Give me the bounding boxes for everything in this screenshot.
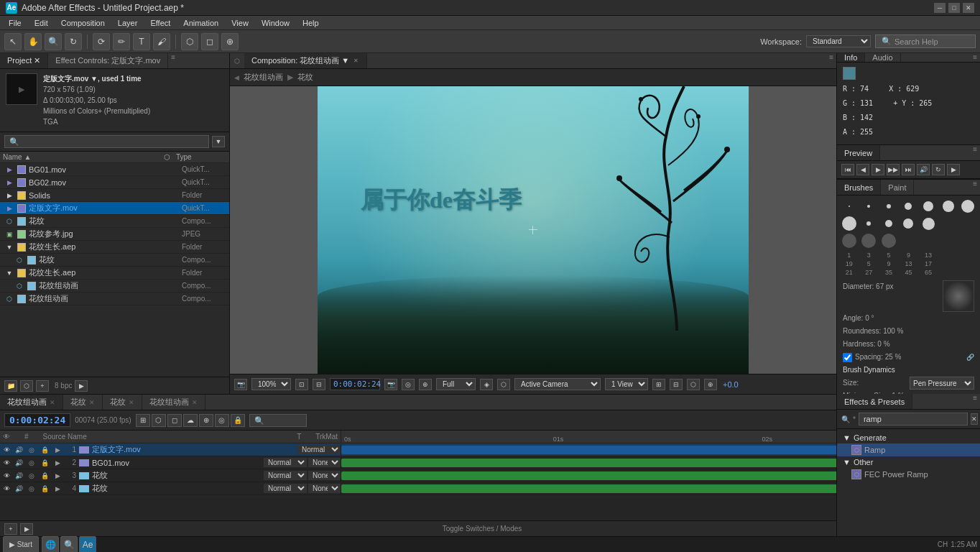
layer-view-btn[interactable]: ⬡ — [687, 379, 700, 390]
breadcrumb-layer[interactable]: 花纹 — [297, 72, 313, 83]
preview-panel-menu[interactable]: ≡ — [970, 145, 980, 160]
tl-mode-4[interactable]: Normal — [264, 484, 307, 493]
type-tool[interactable]: T — [133, 33, 150, 50]
brush-size-selector[interactable]: Pen Pressure — [910, 377, 974, 390]
tl-mode-1[interactable]: Normal — [297, 445, 341, 454]
brush-dot[interactable] — [958, 216, 977, 231]
output-btn[interactable]: ◎ — [402, 379, 415, 390]
menu-layer[interactable]: Layer — [112, 17, 144, 29]
effects-category-generate[interactable]: ▼ Generate — [837, 432, 980, 443]
frame-blend-btn[interactable]: ⬡ — [152, 414, 166, 427]
taskbar-ae[interactable]: Ae — [79, 536, 96, 553]
preview-loop-btn[interactable]: ↻ — [932, 164, 945, 175]
effects-item-fec-power-ramp[interactable]: ⬡ FEC Power Ramp — [837, 468, 980, 481]
camera-rotate-tool[interactable]: ⟳ — [93, 33, 110, 50]
tl-lock-2[interactable]: 🔒 — [39, 457, 50, 469]
preview-last-btn[interactable]: ⏭ — [902, 164, 915, 175]
brush-dot[interactable] — [958, 198, 977, 214]
tl-trkmat-4[interactable]: None — [308, 484, 341, 493]
tl-collapse-2[interactable]: ▶ — [52, 457, 63, 469]
new-item-btn[interactable]: + — [36, 380, 49, 392]
new-comp-btn[interactable]: ⬡ — [20, 380, 33, 392]
camera-selector[interactable]: Active Camera — [514, 378, 601, 390]
tl-solo-4[interactable]: ◎ — [26, 483, 37, 494]
info-panel-menu[interactable]: ≡ — [970, 53, 980, 62]
menu-help[interactable]: Help — [297, 17, 325, 29]
workspace-dropdown[interactable]: Standard — [806, 35, 871, 47]
panel-menu-icon[interactable]: ≡ — [168, 53, 178, 68]
stamp-tool[interactable]: ⬡ — [181, 33, 198, 50]
quality-selector[interactable]: Full — [436, 378, 476, 390]
list-item[interactable]: ▶ BG02.mov QuickT... — [0, 176, 229, 189]
snapshot-btn[interactable]: 📷 — [234, 379, 247, 390]
tl-mode-2[interactable]: Normal — [264, 458, 307, 467]
brush-dot[interactable] — [919, 198, 938, 214]
brush-dot[interactable] — [840, 198, 859, 214]
puppet-tool[interactable]: ⊕ — [221, 33, 239, 50]
lock-btn[interactable]: 🔒 — [231, 414, 245, 427]
brush-dot[interactable] — [939, 216, 958, 231]
tl-layer-name-1[interactable]: 定版文字.mov — [92, 444, 296, 455]
list-item[interactable]: ▶ Solids Folder — [0, 189, 229, 202]
rotate-tool[interactable]: ↻ — [65, 33, 82, 50]
color-btn[interactable]: ◈ — [480, 379, 493, 390]
effect-controls-tab[interactable]: Effect Controls: 定版文字.mov — [48, 53, 168, 68]
safe-zones-btn[interactable]: ⊟ — [313, 379, 325, 390]
list-item[interactable]: ⬡ 花纹组动画 Compo... — [0, 293, 229, 305]
motion-blur-btn[interactable]: ☁ — [183, 414, 198, 427]
timeline-tab-4[interactable]: 花纹组动画 ✕ — [142, 395, 205, 410]
tl-visibility-2[interactable]: 👁 — [1, 459, 11, 466]
brushes-tab[interactable]: Brushes — [837, 180, 881, 195]
brushes-panel-menu[interactable]: ≡ — [970, 180, 980, 195]
brush-dot[interactable] — [860, 233, 879, 249]
composition-tab-active[interactable]: Composition: 花纹组动画 ▼ ✕ — [244, 53, 367, 68]
list-item[interactable]: ⬡ 花纹 Compo... — [0, 215, 229, 228]
tl-visibility-3[interactable]: 👁 — [1, 472, 11, 479]
menu-composition[interactable]: Composition — [55, 17, 111, 29]
info-tab[interactable]: Info — [837, 53, 865, 62]
preview-play-btn[interactable]: ▶ — [872, 164, 884, 175]
effects-item-ramp[interactable]: ⬡ Ramp — [837, 443, 980, 456]
audio-tab[interactable]: Audio — [865, 53, 900, 62]
adjustment-btn[interactable]: ⊕ — [199, 414, 213, 427]
brush-dot[interactable] — [879, 216, 898, 231]
brush-dot[interactable] — [919, 216, 938, 231]
list-item[interactable]: ⬡ 花纹 Compo... — [0, 254, 229, 267]
brush-dot[interactable] — [840, 233, 859, 249]
brush-dot[interactable] — [860, 198, 879, 214]
export-btn[interactable]: ⊟ — [670, 379, 683, 390]
brush-dot[interactable] — [840, 216, 859, 231]
restore-button[interactable]: □ — [948, 3, 960, 13]
list-item[interactable]: ▼ 花纹生长.aep Folder — [0, 267, 229, 280]
list-item[interactable]: ▶ BG01.mov QuickT... — [0, 163, 229, 176]
camera-snap-btn[interactable]: 📷 — [384, 379, 397, 390]
minimize-button[interactable]: ─ — [934, 3, 946, 13]
tl-solo-3[interactable]: ◎ — [26, 470, 37, 482]
render-btn[interactable]: ▶ — [75, 380, 88, 392]
brush-dot[interactable] — [860, 216, 879, 231]
tl-render-btn[interactable]: ▶ — [20, 523, 33, 535]
effects-panel-menu[interactable]: ≡ — [970, 394, 980, 409]
preview-prev-btn[interactable]: ◀ — [856, 164, 869, 175]
brush-dot[interactable] — [900, 216, 918, 231]
close-button[interactable]: ✕ — [963, 3, 974, 13]
timeline-tab-2[interactable]: 花纹 ✕ — [63, 395, 103, 410]
tab-close-2[interactable]: ✕ — [89, 399, 95, 406]
project-tab[interactable]: Project ✕ — [0, 53, 48, 68]
tl-solo-2[interactable]: ◎ — [26, 457, 37, 469]
solo-btn[interactable]: ◎ — [215, 414, 229, 427]
breadcrumb-comp[interactable]: 花纹组动画 — [244, 72, 283, 83]
list-item[interactable]: ▼ 花纹生长.aep Folder — [0, 241, 229, 254]
toggle-switches-label[interactable]: Toggle Switches / Modes — [36, 525, 928, 533]
draft-btn[interactable]: ◻ — [167, 414, 182, 427]
effects-category-other[interactable]: ▼ Other — [837, 456, 980, 468]
menu-animation[interactable]: Animation — [177, 17, 224, 29]
paint-tab[interactable]: Paint — [881, 180, 914, 195]
effects-search-input[interactable] — [859, 413, 968, 426]
preview-first-btn[interactable]: ⏮ — [841, 164, 854, 175]
view-selector[interactable]: 1 View — [605, 378, 648, 390]
flow-btn[interactable]: ⊕ — [704, 379, 717, 390]
timeline-tab-1[interactable]: 花纹组动画 ✕ — [0, 395, 63, 410]
list-item[interactable]: ▣ 花纹参考.jpg JPEG — [0, 228, 229, 241]
tl-lock-1[interactable]: 🔒 — [39, 444, 50, 456]
